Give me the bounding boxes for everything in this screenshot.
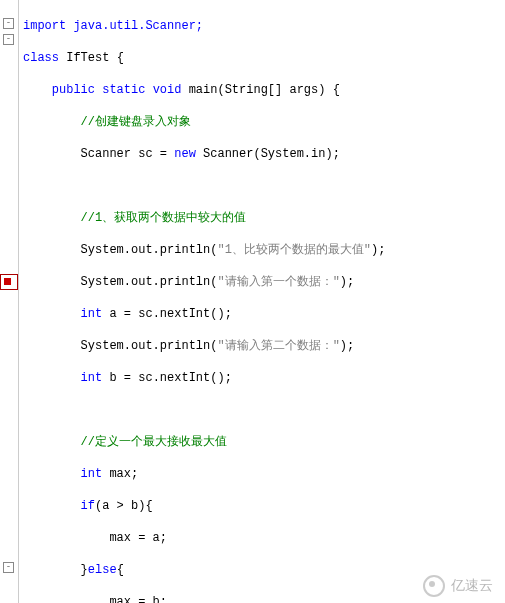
- code-text: IfTest {: [59, 51, 124, 65]
- kw-int: int: [81, 371, 103, 385]
- fold-toggle[interactable]: -: [3, 18, 14, 29]
- watermark-icon: [423, 575, 445, 597]
- code-text: System.out.println(: [81, 339, 218, 353]
- code-text: );: [371, 243, 385, 257]
- kw-if: if: [81, 499, 95, 513]
- string: "请输入第二个数据：": [217, 339, 339, 353]
- code-text: (a > b){: [95, 499, 153, 513]
- code-text: System.out.println(: [81, 243, 218, 257]
- fold-gutter: - - -: [0, 0, 19, 603]
- code-text: System.out.println(: [81, 275, 218, 289]
- code-text: Scanner sc =: [81, 147, 175, 161]
- code-text: max = a;: [81, 531, 167, 545]
- breakpoint-marker[interactable]: [0, 274, 18, 290]
- kw-class: class: [23, 51, 59, 65]
- kw-else: else: [88, 563, 117, 577]
- watermark: 亿速云: [423, 575, 493, 597]
- kw-int: int: [81, 307, 103, 321]
- fold-toggle[interactable]: -: [3, 562, 14, 573]
- code-text: main(String[] args) {: [181, 83, 339, 97]
- code-text: max;: [102, 467, 138, 481]
- code-text: );: [340, 339, 354, 353]
- code-area[interactable]: import java.util.Scanner; class IfTest {…: [19, 0, 505, 603]
- code-text: max = b;: [81, 595, 167, 603]
- fold-toggle[interactable]: -: [3, 34, 14, 45]
- comment: //创建键盘录入对象: [81, 115, 191, 129]
- code-text: }: [81, 563, 88, 577]
- code-text: b = sc.nextInt();: [102, 371, 232, 385]
- code-text: );: [340, 275, 354, 289]
- code-text: Scanner(System.in);: [196, 147, 340, 161]
- kw-import: import java.util.Scanner;: [23, 19, 203, 33]
- kw-public: public static void: [52, 83, 182, 97]
- string: "1、比较两个数据的最大值": [217, 243, 371, 257]
- string: "请输入第一个数据：": [217, 275, 339, 289]
- kw-new: new: [174, 147, 196, 161]
- kw-int: int: [81, 467, 103, 481]
- comment: //定义一个最大接收最大值: [81, 435, 227, 449]
- code-text: a = sc.nextInt();: [102, 307, 232, 321]
- code-editor: - - - import java.util.Scanner; class If…: [0, 0, 505, 603]
- code-text: {: [117, 563, 124, 577]
- comment: //1、获取两个数据中较大的值: [81, 211, 247, 225]
- watermark-text: 亿速云: [451, 577, 493, 595]
